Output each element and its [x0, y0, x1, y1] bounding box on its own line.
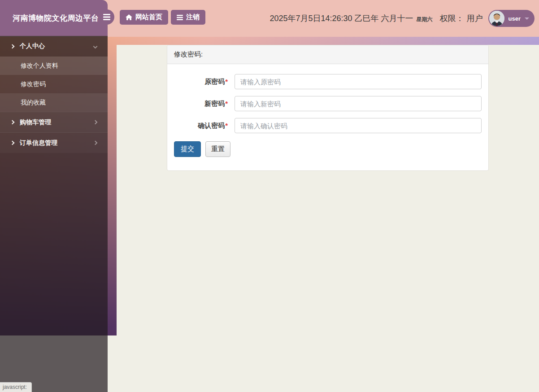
label-text: 原密码 — [204, 78, 225, 85]
confirm-password-label: 确认密码* — [174, 122, 228, 130]
sidebar-item-order-management[interactable]: 订单信息管理 — [0, 132, 108, 153]
brand-title: 河南博物院文化周边平台 — [0, 0, 108, 36]
required-mark: * — [225, 78, 228, 85]
username-label: user — [509, 15, 521, 22]
chevron-right-icon — [10, 141, 15, 145]
sidebar-item-label: 购物车管理 — [20, 118, 51, 126]
chevron-right-icon — [93, 141, 98, 145]
status-bar-link-preview: javascript: — [0, 382, 32, 392]
form-row-new-password: 新密码* — [174, 96, 482, 111]
old-password-label: 原密码* — [174, 78, 228, 86]
required-mark: * — [225, 122, 228, 129]
chevron-down-icon — [93, 44, 98, 48]
sidebar-item-personal-center[interactable]: 个人中心 — [0, 36, 108, 57]
panel-body: 原密码* 新密码* 确认密码* 提交 — [167, 64, 488, 170]
sidebar-item-cart-management[interactable]: 购物车管理 — [0, 112, 108, 132]
chevron-right-icon — [10, 120, 15, 125]
chevron-right-icon — [93, 120, 98, 125]
required-mark: * — [225, 100, 228, 107]
old-password-input[interactable] — [235, 74, 482, 89]
avatar-photo — [489, 11, 504, 26]
sidebar-item-my-favorites[interactable]: 我的收藏 — [0, 93, 108, 112]
form-row-confirm-password: 确认密码* — [174, 118, 482, 133]
confirm-password-input[interactable] — [235, 118, 482, 133]
role-text: 权限：用户 — [440, 13, 483, 24]
sidebar-item-edit-profile[interactable]: 修改个人资料 — [0, 57, 108, 75]
header-info: 2025年7月5日14:26:30 乙巳年 六月十一 星期六 权限：用户 us — [270, 0, 535, 37]
panel-title: 修改密码: — [167, 45, 488, 64]
user-avatar — [489, 11, 504, 26]
new-password-label: 新密码* — [174, 100, 228, 108]
form-row-old-password: 原密码* — [174, 74, 482, 89]
menu-icon — [103, 14, 110, 20]
page: 2025年7月5日14:26:30 乙巳年 六月十一 星期六 权限：用户 us — [0, 0, 539, 392]
sidebar-item-label: 修改个人资料 — [21, 62, 58, 70]
form-buttons: 提交 重置 — [174, 141, 482, 157]
datetime-text: 2025年7月5日14:26:30 乙巳年 六月十一 — [270, 13, 413, 24]
sidebar-item-change-password[interactable]: 修改密码 — [0, 75, 108, 93]
logout-button[interactable]: 注销 — [171, 10, 205, 25]
sidebar-item-label: 订单信息管理 — [20, 139, 57, 147]
home-button[interactable]: 网站首页 — [120, 10, 168, 25]
label-text: 新密码 — [204, 100, 225, 107]
chevron-right-icon — [10, 44, 15, 48]
submit-button[interactable]: 提交 — [174, 141, 201, 157]
main-content: 修改密码: 原密码* 新密码* 确认密码* — [117, 45, 539, 392]
role-label: 权限： — [440, 14, 464, 23]
user-menu[interactable]: user — [488, 10, 535, 27]
app-title: 河南博物院文化周边平台 — [13, 13, 99, 23]
new-password-input[interactable] — [235, 96, 482, 111]
list-icon — [177, 15, 183, 20]
sidebar-item-label: 修改密码 — [21, 80, 46, 88]
home-button-label: 网站首页 — [135, 13, 162, 22]
role-value: 用户 — [467, 14, 483, 23]
change-password-panel: 修改密码: 原密码* 新密码* 确认密码* — [167, 45, 489, 171]
sidebar-toggle-button[interactable] — [99, 9, 114, 25]
home-icon — [126, 14, 132, 21]
sidebar: 个人中心 修改个人资料 修改密码 我的收藏 购物车管理 订单信息管理 — [0, 36, 108, 392]
logout-button-label: 注销 — [186, 13, 200, 22]
caret-down-icon — [525, 17, 529, 20]
weekday-text: 星期六 — [417, 13, 433, 23]
label-text: 确认密码 — [198, 122, 225, 129]
sidebar-item-label: 我的收藏 — [21, 99, 46, 107]
reset-button[interactable]: 重置 — [205, 141, 230, 157]
sidebar-item-label: 个人中心 — [20, 42, 45, 50]
